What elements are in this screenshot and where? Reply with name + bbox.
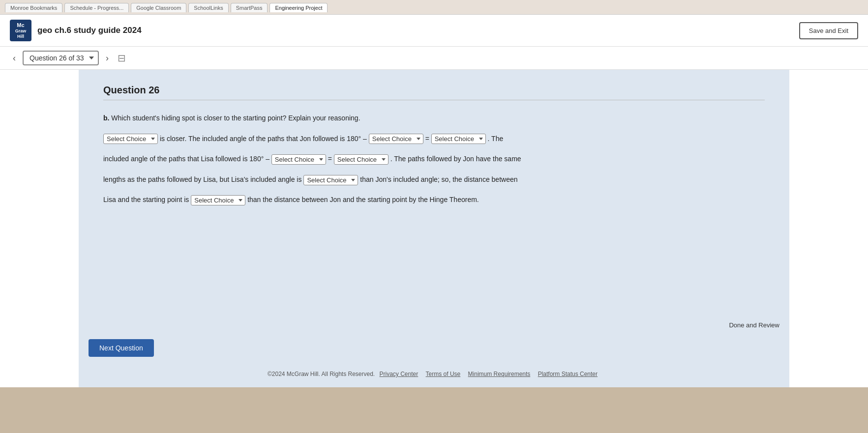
text-3: . The [488,135,504,143]
question-body: Select Choice is closer. The included an… [103,131,765,147]
question-body-4: Lisa and the starting point is Select Ch… [103,192,765,208]
question-body-3: lengths as the paths followed by Lisa, b… [103,172,765,188]
dropdown-1[interactable]: Select Choice [103,134,158,144]
text-4: included angle of the paths that Lisa fo… [103,155,271,163]
question-text-area: b. Which student's hiding spot is closer… [103,110,765,208]
question-body-2: included angle of the paths that Lisa fo… [103,151,765,168]
next-question-nav-button[interactable]: › [103,52,112,64]
page-footer: Next Question [79,334,789,367]
text-1: is closer. The included angle of the pat… [160,135,369,143]
main-content: Question 26 b. Which student's hiding sp… [79,70,789,316]
next-question-button[interactable]: Next Question [89,339,154,357]
copyright-bar: ©2024 McGraw Hill. All Rights Reserved. … [79,367,789,387]
copyright-text: ©2024 McGraw Hill. All Rights Reserved. [268,371,375,377]
tab-smartpass[interactable]: SmartPass [231,3,268,12]
done-review-area: Done and Review [79,316,789,334]
question-title: Question 26 [103,85,765,100]
text-5: = [328,155,334,163]
dropdown-3[interactable]: Select Choice [431,134,486,144]
app-title: geo ch.6 study guide 2024 [37,26,142,35]
dropdown-4[interactable]: Select Choice [271,154,326,165]
text-7: lengths as the paths followed by Lisa, b… [103,175,303,183]
text-2: = [425,135,431,143]
text-9: Lisa and the starting point is [103,196,191,203]
tabs-bar: Monroe Bookmarks Schedule - Progress... … [5,3,863,12]
tab-classroom[interactable]: Google Classroom [131,3,186,12]
platform-status-link[interactable]: Platform Status Center [538,371,598,377]
tab-schoollinks[interactable]: SchoolLinks [188,3,228,12]
mcgraw-logo: Mc Graw Hill [10,20,31,41]
question-selector[interactable]: Question 26 of 33 [23,51,99,65]
browser-chrome: Monroe Bookmarks Schedule - Progress... … [0,0,868,15]
text-10: than the distance between Jon and the st… [247,196,479,203]
dropdown-2[interactable]: Select Choice [369,134,423,144]
done-review-link[interactable]: Done and Review [729,321,779,329]
dropdown-7[interactable]: Select Choice [191,195,245,205]
minimum-requirements-link[interactable]: Minimum Requirements [468,371,531,377]
logo-area: Mc Graw Hill geo ch.6 study guide 2024 [10,20,142,41]
text-6: . The paths followed by Jon have the sam… [390,155,521,163]
text-8: than Jon's included angle; so, the dista… [360,175,517,183]
dropdown-5[interactable]: Select Choice [334,154,389,165]
tab-bookmarks[interactable]: Monroe Bookmarks [5,3,62,12]
part-intro-text: Which student's hiding spot is closer to… [111,114,360,122]
save-exit-button[interactable]: Save and Exit [799,22,858,39]
tab-engineering[interactable]: Engineering Project [269,3,328,12]
dropdown-6[interactable]: Select Choice [303,175,358,185]
part-label: b. [103,114,109,122]
app-header: Mc Graw Hill geo ch.6 study guide 2024 S… [0,15,868,47]
terms-of-use-link[interactable]: Terms of Use [426,371,461,377]
bookmark-icon[interactable]: ⊟ [118,52,126,64]
question-intro: b. Which student's hiding spot is closer… [103,110,765,127]
prev-question-button[interactable]: ‹ [10,52,19,64]
tab-schedule[interactable]: Schedule - Progress... [64,3,129,12]
privacy-center-link[interactable]: Privacy Center [380,371,419,377]
question-nav: ‹ Question 26 of 33 › ⊟ [0,47,868,70]
